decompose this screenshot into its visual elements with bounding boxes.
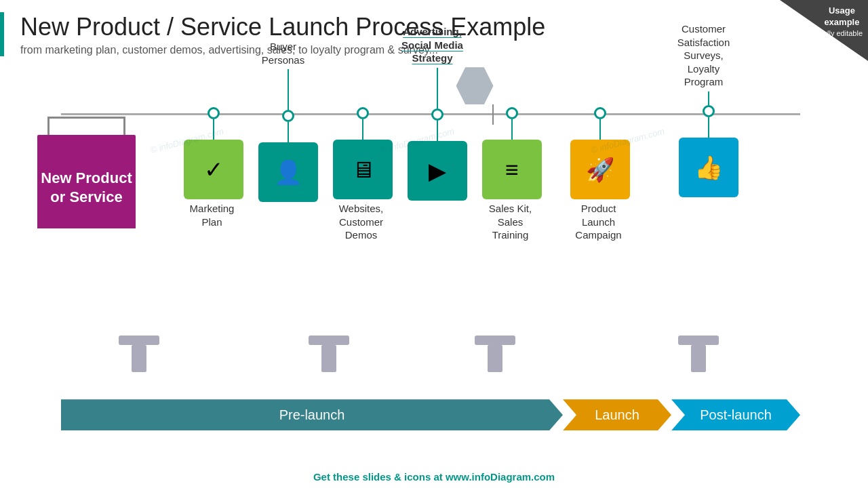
step-dot-product-launch <box>594 107 606 119</box>
step-label-websites-demos: Websites,CustomerDemos <box>328 202 395 242</box>
step-connector-marketing-plan <box>213 119 214 140</box>
step-label-sales-kit: Sales Kit,SalesTraining <box>477 202 545 242</box>
step-label-advertising: Advertising,Social MediaStrategy <box>392 25 473 65</box>
step-websites-demos: 🖥Websites,CustomerDemos <box>332 107 393 242</box>
step-connector-bottom-customer-satisfaction <box>708 117 709 138</box>
step-connector-top-advertising <box>437 68 438 108</box>
step-dot-customer-satisfaction <box>703 105 715 117</box>
hanger-right-bar <box>123 117 125 137</box>
step-sales-kit: ≡Sales Kit,SalesTraining <box>481 107 542 242</box>
t-shape-1 <box>119 336 159 372</box>
step-box-product-launch: 🚀 <box>570 140 630 199</box>
phase-prelaunch: Pre-launch <box>61 399 563 430</box>
phase-postlaunch: Post-launch <box>671 399 800 430</box>
step-buyer-personas: BuyerPersonas👤 <box>258 40 319 202</box>
diagram: New Product or Service Pre-launch Launch… <box>0 67 868 406</box>
step-product-launch: 🚀ProductLaunchCampaign <box>570 107 631 242</box>
step-marketing-plan: ✓MarketingPlan <box>183 107 244 228</box>
step-connector-product-launch <box>599 119 601 140</box>
step-dot-buyer-personas <box>282 110 294 122</box>
t-shape-4 <box>678 336 719 372</box>
step-connector-sales-kit <box>511 119 513 140</box>
step-dot-marketing-plan <box>208 107 220 119</box>
step-box-advertising: ▶ <box>408 141 467 201</box>
product-box: New Product or Service <box>37 147 136 228</box>
step-box-websites-demos: 🖥 <box>333 140 393 199</box>
t-shape-2 <box>309 336 349 372</box>
step-label-product-launch: ProductLaunchCampaign <box>565 202 633 242</box>
hanger-left-bar <box>47 117 50 137</box>
step-connector-websites-demos <box>362 119 363 140</box>
step-customer-satisfaction: CustomerSatisfactionSurveys,LoyaltyProgr… <box>678 22 739 197</box>
step-box-customer-satisfaction: 👍 <box>679 138 738 197</box>
footer: Get these slides & icons at www.infoDiag… <box>0 471 868 483</box>
step-label-customer-satisfaction: CustomerSatisfactionSurveys,LoyaltyProgr… <box>663 22 745 89</box>
product-banner-top <box>37 135 136 147</box>
phase-bar: Pre-launch Launch Post-launch <box>61 399 800 430</box>
t-shape-3 <box>475 336 515 372</box>
step-box-sales-kit: ≡ <box>482 140 542 199</box>
hanger-top-bar <box>47 117 125 119</box>
step-connector-bottom-advertising <box>437 121 438 141</box>
step-connector-top-buyer-personas <box>288 69 289 110</box>
step-box-marketing-plan: ✓ <box>184 140 243 199</box>
step-dot-sales-kit <box>506 107 518 119</box>
step-connector-top-customer-satisfaction <box>708 92 709 105</box>
step-label-marketing-plan: MarketingPlan <box>178 202 246 228</box>
step-advertising: Advertising,Social MediaStrategy▶ <box>407 25 468 201</box>
step-dot-websites-demos <box>357 107 369 119</box>
phase-launch: Launch <box>563 399 671 430</box>
step-connector-bottom-buyer-personas <box>288 122 289 142</box>
step-box-buyer-personas: 👤 <box>258 142 318 202</box>
step-dot-advertising <box>431 108 443 121</box>
step-label-buyer-personas: BuyerPersonas <box>243 40 324 66</box>
